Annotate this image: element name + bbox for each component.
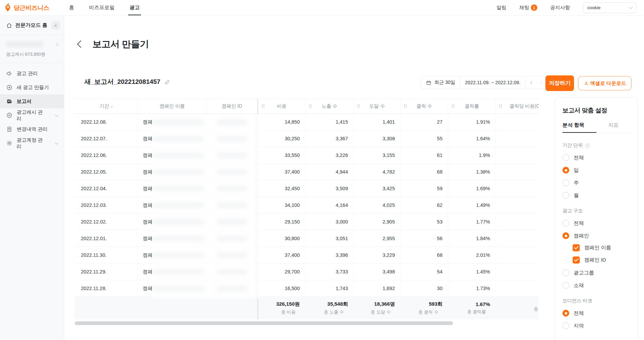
radio-unchecked-icon [562, 192, 569, 199]
chevron-down-icon [55, 113, 58, 117]
radio-structure-all[interactable]: 전체 [562, 220, 630, 227]
sidebar-item-ad-cash[interactable]: ₩광고캐시 관리 [0, 108, 64, 122]
campaign-name-fragment: 캠페 [143, 119, 153, 125]
cell-cpc [495, 130, 539, 147]
cell-date: 2022.12.02. [75, 214, 138, 230]
column-header-period[interactable]: 기간↓ [75, 99, 138, 113]
sidebar-item-report[interactable]: 보고서 [0, 94, 64, 108]
prev-period-button[interactable] [530, 81, 534, 84]
drag-handle-icon[interactable] [262, 104, 264, 108]
radio-unchecked-icon [562, 282, 569, 289]
sidebar-account[interactable]: 광고캐시 673,850원 [0, 35, 64, 63]
table-row: 2022.12.07.캠페30,2503,3673,308551.64% [75, 130, 539, 147]
radio-period-month[interactable]: 월 [562, 192, 630, 199]
date-range-button[interactable]: 2022.11.09. ~ 2022.12.08. [460, 76, 525, 89]
cell-clicks: 55 [400, 130, 448, 147]
sidebar-item-change-history[interactable]: 변경내역 관리 [0, 122, 64, 136]
radio-period-all[interactable]: 전체 [562, 154, 630, 161]
column-header-impressions[interactable]: 노출 수 [305, 99, 353, 113]
drag-handle-icon[interactable] [357, 104, 360, 108]
total-impressions: 35,548회총 노출 수 [305, 297, 353, 319]
radio-structure-creative[interactable]: 소재 [562, 282, 630, 289]
cell-cost: 37,400 [257, 247, 305, 263]
radio-structure-campaign-label: 캠페인 [574, 233, 589, 239]
cell-campaign-name: 캠페 [138, 164, 206, 180]
checkbox-campaign-name[interactable]: 캠페인 이름 [573, 244, 630, 251]
cell-ctr: 1.38% [448, 164, 495, 180]
house-icon [6, 22, 12, 29]
cell-cpc [495, 280, 539, 297]
next-period-button[interactable] [539, 81, 542, 84]
checkbox-campaign-id[interactable]: 캠페인 ID [573, 256, 630, 264]
radio-period-day[interactable]: 일 [562, 167, 630, 174]
radio-structure-adgroup[interactable]: 광고그룹 [562, 269, 630, 276]
drag-handle-icon[interactable] [452, 104, 454, 108]
account-dropdown[interactable]: cookie [583, 2, 637, 13]
cell-impressions: 3,509 [305, 180, 353, 197]
radio-unchecked-icon [562, 322, 569, 329]
topbar-right: 알림 채팅 1 공지사항 cookie [497, 2, 637, 13]
cell-ctr: 1.64% [448, 130, 495, 147]
scrollbar-thumb[interactable] [75, 321, 453, 325]
cell-ctr: 1.45% [448, 264, 495, 280]
cell-cpc [495, 214, 539, 230]
column-header-campaign-name[interactable]: 캠페인 이름 [138, 99, 206, 113]
column-header-reach[interactable]: 도달 수 [353, 99, 400, 113]
sidebar-item-ad-manage[interactable]: 광고 관리 [0, 67, 64, 80]
brand-logo[interactable]: 당근비즈니스 [3, 3, 49, 12]
tab-home[interactable]: 홈 [69, 0, 74, 15]
radio-structure-campaign[interactable]: 캠페인 [562, 232, 630, 239]
chevron-down-icon [55, 141, 58, 144]
date-preset-button[interactable]: 최근 30일 [421, 76, 460, 89]
drag-handle-icon[interactable] [499, 104, 502, 108]
tab-analysis-items[interactable]: 분석 항목 [562, 122, 596, 133]
tab-biz-profile[interactable]: 비즈프로필 [89, 0, 115, 15]
campaign-id-blurred [216, 203, 248, 208]
drag-handle-icon[interactable] [309, 104, 312, 108]
save-button[interactable]: 저장하기 [545, 75, 574, 91]
radio-period-week[interactable]: 주 [562, 179, 630, 186]
carrot-icon [3, 3, 12, 12]
column-label: 캠페인 이름 [160, 103, 185, 109]
cell-cost: 14,850 [257, 114, 305, 130]
table-row: 2022.11.28.캠페16,5001,7431,692301.73% [75, 280, 539, 297]
sidebar-collapse-button[interactable]: « [51, 21, 60, 30]
campaign-name-blurred [153, 220, 204, 224]
drag-handle-icon[interactable] [404, 104, 407, 108]
sidebar-item-new-ad[interactable]: 새 광고 만들기 [0, 80, 64, 94]
excel-download-button[interactable]: 엑셀로 다운로드 [578, 76, 631, 90]
sidebar-home-label: 전문가모드 홈 [15, 22, 47, 29]
cell-campaign-name: 캠페 [138, 214, 206, 230]
column-header-campaign-id[interactable]: 캠페인 ID [206, 99, 257, 113]
sort-desc-icon[interactable]: ↓ [111, 104, 113, 109]
cell-reach: 2,905 [353, 214, 400, 230]
won-circle-icon: ₩ [6, 112, 13, 119]
sidebar-item-ad-account[interactable]: 광고계정 관리 [0, 136, 64, 150]
sidebar-home[interactable]: 전문가모드 홈 « [0, 16, 64, 35]
notifications-link[interactable]: 알림 [497, 4, 506, 11]
edit-pencil-icon[interactable] [164, 79, 171, 85]
campaign-name-fragment: 캠페 [143, 235, 153, 242]
back-button[interactable] [77, 40, 85, 48]
column-header-clicks[interactable]: 클릭 수 [400, 99, 448, 113]
cell-cpc [495, 247, 539, 263]
help-icon[interactable]: ? [585, 143, 590, 148]
cell-cost: 32,450 [257, 180, 305, 197]
campaign-id-blurred [216, 253, 248, 257]
column-header-cost[interactable]: 비용 [257, 99, 305, 113]
tab-metrics[interactable]: 지표 [596, 122, 630, 133]
cell-campaign-id [206, 280, 257, 297]
radio-audience-all[interactable]: 전체 [562, 310, 630, 317]
column-header-cpc[interactable]: 클릭당 비용(C [495, 99, 539, 113]
cell-impressions: 3,367 [305, 130, 353, 147]
chat-badge: 1 [531, 4, 537, 11]
notice-link[interactable]: 공지사항 [550, 4, 570, 11]
cell-ctr: 1.69% [448, 180, 495, 197]
sidebar-item-new-ad-label: 새 광고 만들기 [17, 84, 49, 91]
radio-audience-region[interactable]: 지역 [562, 322, 630, 329]
chat-link[interactable]: 채팅 1 [519, 4, 537, 11]
campaign-name-blurred [153, 270, 204, 274]
column-header-ctr[interactable]: 클릭률 [448, 99, 495, 113]
tab-ads[interactable]: 광고 [129, 0, 140, 15]
cell-campaign-name: 캠페 [138, 197, 206, 213]
